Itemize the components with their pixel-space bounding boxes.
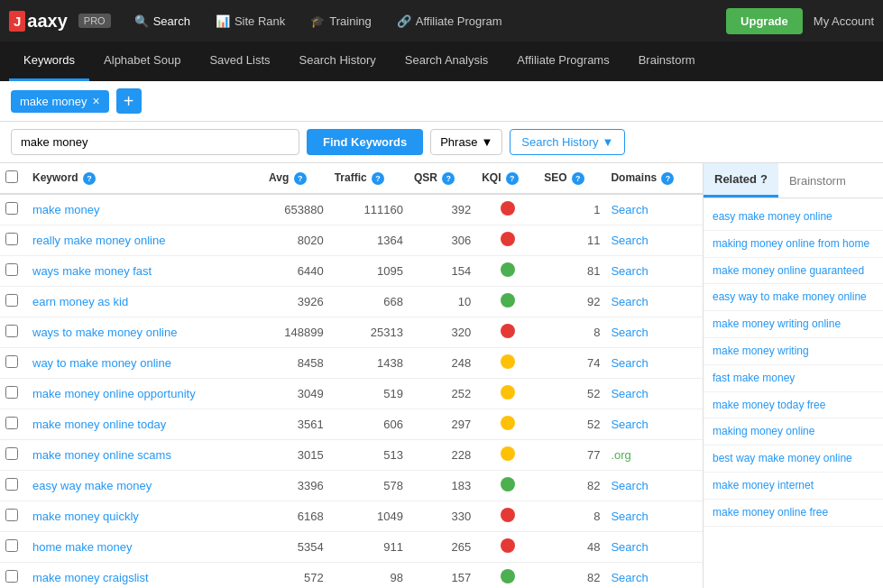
row-checkbox[interactable]	[5, 478, 18, 491]
keyword-link[interactable]: make money	[32, 203, 99, 216]
select-all-checkbox[interactable]	[5, 170, 18, 183]
related-item[interactable]: best way make money online	[704, 446, 883, 473]
related-item[interactable]: easy make money online	[704, 204, 883, 231]
keyword-link[interactable]: earn money as kid	[32, 295, 128, 308]
nav-search-analysis[interactable]: Search Analysis	[391, 41, 503, 81]
domain-search-link[interactable]: Search	[611, 295, 648, 308]
remove-tag-button[interactable]: ×	[92, 95, 99, 107]
kqi-dot	[501, 416, 515, 430]
domain-search-link[interactable]: Search	[611, 571, 648, 584]
domain-search-link[interactable]: Search	[611, 479, 648, 492]
row-checkbox[interactable]	[5, 447, 18, 460]
kqi-dot	[501, 508, 515, 522]
traffic-cell: 25313	[329, 317, 409, 348]
row-checkbox[interactable]	[5, 263, 18, 276]
keyword-help-icon[interactable]: ?	[83, 172, 96, 185]
keyword-link[interactable]: make money online scams	[32, 448, 171, 462]
row-checkbox[interactable]	[5, 509, 18, 521]
keyword-link[interactable]: ways make money fast	[32, 264, 152, 278]
traffic-cell: 98	[329, 563, 409, 589]
domain-search-link[interactable]: Search	[611, 203, 648, 216]
qsr-help-icon[interactable]: ?	[442, 172, 455, 185]
table-row: earn money as kid 3926 668 10 92 Search	[0, 287, 703, 317]
row-checkbox[interactable]	[5, 294, 18, 307]
keyword-link[interactable]: make money quickly	[32, 510, 139, 523]
keyword-link[interactable]: make money online today	[32, 418, 166, 431]
nav-alphabet-soup[interactable]: Alphabet Soup	[89, 41, 195, 81]
row-checkbox[interactable]	[5, 417, 18, 429]
avg-help-icon[interactable]: ?	[294, 172, 307, 185]
related-help-icon[interactable]: ?	[760, 172, 768, 186]
nav-brainstorm[interactable]: Brainstorm	[624, 41, 710, 81]
top-nav-search[interactable]: 🔍 Search	[124, 9, 201, 33]
related-item[interactable]: make money online guaranteed	[704, 258, 883, 285]
related-item[interactable]: make money writing	[704, 338, 883, 365]
traffic-help-icon[interactable]: ?	[372, 172, 384, 185]
related-item[interactable]: making money online from home	[704, 231, 883, 258]
domains-cell: Search	[605, 348, 703, 379]
traffic-cell: 578	[329, 471, 409, 501]
brainstorm-tab[interactable]: Brainstorm	[778, 165, 857, 197]
domain-search-link[interactable]: Search	[611, 387, 648, 400]
related-item[interactable]: fast make money	[704, 365, 883, 392]
avg-cell: 572	[263, 563, 329, 589]
traffic-cell: 513	[329, 440, 409, 471]
domain-search-link[interactable]: Search	[611, 326, 648, 339]
top-nav-affiliate[interactable]: 🔗 Affiliate Program	[386, 9, 513, 33]
find-keywords-button[interactable]: Find Keywords	[307, 129, 423, 155]
row-checkbox[interactable]	[5, 355, 18, 368]
kqi-help-icon[interactable]: ?	[506, 172, 519, 185]
domains-help-icon[interactable]: ?	[661, 172, 674, 185]
domain-org-link[interactable]: .org	[611, 448, 630, 462]
table-row: way to make money online 8458 1438 248 7…	[0, 348, 703, 379]
row-checkbox[interactable]	[5, 570, 18, 583]
keyword-link[interactable]: home make money	[32, 540, 133, 554]
keyword-link[interactable]: make money craigslist	[32, 571, 149, 584]
kqi-cell	[476, 501, 538, 532]
keyword-link[interactable]: really make money online	[32, 234, 165, 247]
related-item[interactable]: make money online free	[704, 500, 883, 527]
domain-search-link[interactable]: Search	[611, 356, 648, 370]
domains-cell: Search	[605, 409, 703, 440]
search-history-button[interactable]: Search History ▼	[510, 129, 625, 155]
domain-search-link[interactable]: Search	[611, 418, 648, 431]
related-item[interactable]: making money online	[704, 418, 883, 446]
related-item[interactable]: make money writing online	[704, 311, 883, 338]
keyword-link[interactable]: easy way make money	[32, 479, 152, 492]
domain-search-link[interactable]: Search	[611, 234, 648, 247]
row-checkbox[interactable]	[5, 386, 18, 399]
top-nav-siterank[interactable]: 📊 Site Rank	[205, 9, 296, 33]
nav-saved-lists[interactable]: Saved Lists	[195, 41, 284, 81]
col-avg: Avg ?	[263, 163, 329, 194]
my-account-link[interactable]: My Account	[814, 14, 874, 28]
domain-search-link[interactable]: Search	[611, 540, 648, 554]
add-tag-button[interactable]: +	[116, 88, 142, 114]
related-item[interactable]: make money internet	[704, 473, 883, 500]
upgrade-button[interactable]: Upgrade	[726, 8, 803, 34]
seo-help-icon[interactable]: ?	[572, 172, 584, 185]
search-history-chevron-icon: ▼	[602, 135, 614, 149]
domain-search-link[interactable]: Search	[611, 510, 648, 523]
table-row: easy way make money 3396 578 183 82 Sear…	[0, 471, 703, 501]
related-item[interactable]: make money today free	[704, 392, 883, 419]
keyword-link[interactable]: ways to make money online	[32, 326, 177, 339]
logo-text: aaxy	[27, 11, 68, 32]
keyword-link[interactable]: way to make money online	[32, 356, 171, 370]
phrase-dropdown[interactable]: Phrase ▼	[430, 129, 502, 155]
keyword-link[interactable]: make money online opportunity	[32, 387, 196, 400]
top-nav-training[interactable]: 🎓 Training	[299, 9, 382, 33]
nav-search-history[interactable]: Search History	[285, 41, 391, 81]
keyword-input[interactable]	[11, 129, 299, 155]
nav-affiliate-programs[interactable]: Affiliate Programs	[502, 41, 623, 81]
row-checkbox[interactable]	[5, 539, 18, 552]
kqi-cell	[476, 317, 538, 348]
row-checkbox[interactable]	[5, 233, 18, 245]
related-tab[interactable]: Related ?	[704, 163, 778, 198]
qsr-cell: 306	[409, 225, 476, 256]
row-checkbox[interactable]	[5, 325, 18, 337]
domains-cell: Search	[605, 194, 703, 225]
row-checkbox[interactable]	[5, 202, 18, 215]
nav-keywords[interactable]: Keywords	[9, 41, 89, 81]
domain-search-link[interactable]: Search	[611, 264, 648, 278]
related-item[interactable]: easy way to make money online	[704, 284, 883, 311]
